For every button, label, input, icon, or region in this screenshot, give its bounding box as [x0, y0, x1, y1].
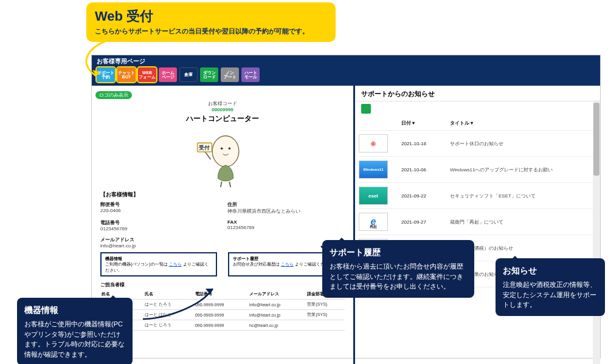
- info-item: メールアドレスinfo@heart.co.jp: [100, 236, 218, 249]
- nav-ダウンロード[interactable]: ダウンロード: [200, 67, 218, 82]
- device-link[interactable]: こちら: [169, 262, 182, 266]
- nav-WEBフォーム[interactable]: WEBフォーム: [138, 67, 156, 82]
- svg-line-6: [220, 182, 221, 187]
- tip-device: 機器情報お客様がご使用中の機器情報(PCやプリンタ等)がご参照いただけます。トラ…: [17, 298, 133, 364]
- customer-name: ハートコンピューター: [95, 114, 350, 124]
- history-link[interactable]: こちら: [281, 262, 294, 266]
- nav-チャットBOT[interactable]: チャットBOT: [117, 67, 136, 82]
- svg-point-2: [228, 148, 230, 150]
- info-grid: 郵便番号220-0406住所神奈川県横浜市西区みなとみらい電話番号0123456…: [95, 201, 350, 249]
- tip-history: サポート履歴お客様から過去に頂いたお問合せ内容が履歴としてご確認いただけます。継…: [322, 240, 474, 298]
- nav-row: サポート予約チャットBOTWEBフォームホームページ倉庫ダウンロードノンアートハ…: [97, 67, 595, 82]
- notice-row[interactable]: ㊡2021-10-18サポート休日のお知らせ: [359, 131, 596, 157]
- notice-row[interactable]: eset2021-09-22セキュリティソフト「ESET」について: [359, 183, 596, 209]
- svg-point-0: [212, 136, 239, 167]
- info-item: FAX0123456789: [227, 219, 345, 232]
- web-reception-callout: Web 受付 こちらからサポートサービスの当日受付や翌日以降の予約が可能です。: [86, 2, 336, 42]
- notice-row[interactable]: e2021-09-27蔵衛門「再起」について: [359, 209, 596, 235]
- tip-notice: お知らせ注意喚起や酒税改正の情報等、安定したシステム運用をサポートします。: [496, 258, 605, 316]
- nav-ノンアート[interactable]: ノンアート: [221, 67, 239, 82]
- table-row[interactable]: ハート 太郎はーと たろう090-9999-9999info@heart.co.…: [100, 300, 345, 310]
- device-info-box[interactable]: 機器情報 ご利用の機器(パソコン)の一覧は こちら よりご確認ください。: [100, 252, 217, 276]
- table-row[interactable]: ハート 花子はーと はなこ090-9999-9999info@heart.co.…: [100, 310, 345, 320]
- svg-point-1: [220, 148, 223, 150]
- filter-icon[interactable]: [361, 104, 371, 114]
- info-item: 電話番号0123456789: [100, 219, 218, 232]
- info-item: 住所神奈川県横浜市西区みなとみらい: [227, 201, 345, 215]
- top-bar: お客様専用ページ サポート予約チャットBOTWEBフォームホームページ倉庫ダウン…: [92, 55, 600, 86]
- contacts-table: 姓名氏名電話番号メールアドレス課金部署ハート 太郎はーと たろう090-9999…: [100, 289, 345, 331]
- svg-line-7: [229, 182, 230, 187]
- table-row[interactable]: ハート 次郎はーと じろう090-9999-9999hc@heart.co.jp: [100, 320, 345, 331]
- callout-desc: こちらからサポートサービスの当日受付や翌日以降の予約が可能です。: [95, 27, 327, 36]
- callout-title: Web 受付: [95, 7, 327, 26]
- notice-header: 日付 ▾タイトル ▾: [359, 116, 596, 131]
- notice-pane: サポートからのお知らせ 日付 ▾タイトル ▾ ㊡2021-10-18サポート休日…: [353, 86, 600, 364]
- callout-arrow: [73, 36, 116, 85]
- nav-倉庫[interactable]: 倉庫: [179, 67, 198, 82]
- contacts-heading: ご担当者様: [100, 281, 350, 288]
- customer-code: お客様コード00009999: [95, 100, 350, 112]
- nav-ホームページ[interactable]: ホームページ: [159, 67, 177, 82]
- info-item: 郵便番号220-0406: [100, 201, 218, 215]
- svg-line-3: [205, 152, 210, 160]
- mascot: 受付: [194, 126, 252, 187]
- notice-heading: サポートからのお知らせ: [355, 86, 600, 101]
- notice-row[interactable]: Windows112021-10-06Windows11へのアップグレードに対す…: [359, 157, 596, 183]
- info-heading: 【お客様情報】: [100, 191, 350, 199]
- page-title: お客様専用ページ: [97, 57, 595, 66]
- scroll-thumb[interactable]: [593, 103, 599, 176]
- logo-chip[interactable]: ロゴのみ表示: [95, 91, 132, 99]
- scrollbar[interactable]: [593, 100, 600, 364]
- svg-text:受付: 受付: [198, 145, 210, 151]
- nav-ハートモール[interactable]: ハートモール: [241, 67, 260, 82]
